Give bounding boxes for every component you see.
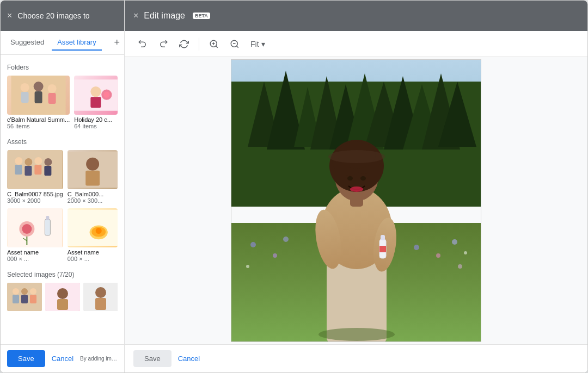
left-footer: Save Cancel By adding images with... (1, 344, 124, 372)
undo-button[interactable] (133, 36, 152, 52)
canvas-area (125, 57, 587, 344)
svg-rect-47 (95, 298, 106, 310)
toolbar: Fit ▾ (125, 31, 587, 57)
left-cancel-button[interactable]: Cancel (50, 350, 76, 367)
svg-point-46 (95, 287, 106, 298)
svg-point-8 (91, 86, 101, 97)
tabs-row: Suggested Asset library + (1, 31, 124, 55)
svg-line-49 (216, 46, 217, 47)
svg-point-69 (250, 242, 256, 247)
svg-rect-24 (8, 208, 62, 247)
svg-rect-16 (24, 166, 32, 176)
svg-point-40 (30, 288, 36, 295)
svg-point-3 (34, 82, 44, 91)
folder-name: Holiday 20 c... (74, 116, 118, 123)
svg-point-76 (246, 265, 249, 268)
asset-item[interactable]: Asset name 000 × ... (68, 208, 118, 262)
fit-arrow-icon: ▾ (261, 40, 265, 48)
folder-item[interactable]: c'Balm Natural Summ... 56 items (7, 76, 70, 129)
left-content: Folders (1, 55, 124, 344)
selected-section-label: Selected images (7/20) (7, 271, 118, 278)
folder-count: 64 items (74, 123, 118, 129)
asset-item[interactable]: C_Balm0007 855.jpg 3000 × 2000 (7, 150, 63, 204)
selected-thumbnail (7, 283, 42, 311)
svg-point-1 (21, 83, 29, 92)
right-save-button[interactable]: Save (133, 350, 171, 367)
asset-name: Asset name (68, 249, 118, 256)
svg-rect-41 (30, 295, 36, 303)
reset-button[interactable] (175, 36, 193, 52)
zoom-in-button[interactable] (205, 36, 223, 52)
assets-section-label: Assets (7, 138, 118, 146)
selected-thumbnail (45, 283, 80, 311)
fit-button[interactable]: Fit ▾ (246, 36, 270, 52)
zoom-out-button[interactable] (225, 36, 244, 52)
asset-dims: 2000 × 300... (68, 197, 118, 204)
svg-point-36 (13, 288, 19, 295)
svg-rect-83 (381, 235, 385, 240)
svg-point-22 (86, 158, 99, 171)
beta-badge: BETA (193, 13, 210, 19)
redo-button[interactable] (154, 36, 173, 52)
asset-thumbnail (68, 150, 118, 189)
svg-rect-14 (15, 165, 22, 175)
svg-point-72 (414, 245, 419, 250)
folder-thumbnail (74, 76, 118, 115)
svg-point-93 (360, 176, 366, 181)
asset-dims: 000 × ... (68, 256, 118, 262)
svg-point-13 (15, 157, 22, 165)
svg-point-19 (44, 158, 52, 166)
svg-rect-2 (21, 92, 29, 103)
main-image (231, 60, 481, 342)
folders-section-label: Folders (7, 64, 118, 71)
asset-name: C_Balm000... (68, 191, 118, 197)
svg-rect-9 (91, 97, 101, 108)
folder-count: 56 items (7, 123, 70, 129)
right-header: × Edit image BETA (125, 1, 587, 31)
right-cancel-button[interactable]: Cancel (176, 350, 202, 367)
folder-item[interactable]: Holiday 20 c... 64 items (74, 76, 118, 129)
svg-rect-4 (35, 91, 42, 103)
asset-dims: 000 × ... (7, 256, 63, 262)
selected-thumbnail (83, 283, 118, 311)
svg-point-26 (22, 224, 32, 234)
toolbar-divider (199, 38, 199, 51)
svg-point-91 (328, 150, 385, 163)
svg-rect-30 (46, 216, 49, 220)
tab-suggested[interactable]: Suggested (5, 35, 50, 51)
right-panel: × Edit image BETA Fit ▾ (125, 1, 587, 372)
svg-rect-18 (34, 165, 41, 175)
svg-rect-44 (57, 299, 68, 310)
left-save-button[interactable]: Save (7, 350, 45, 367)
asset-item[interactable]: Asset name 000 × ... (7, 208, 63, 262)
svg-rect-39 (21, 295, 28, 303)
folder-name: c'Balm Natural Summ... (7, 116, 70, 123)
svg-rect-29 (45, 219, 50, 235)
svg-rect-23 (85, 171, 100, 186)
svg-rect-20 (44, 166, 51, 176)
svg-point-77 (458, 264, 462, 269)
svg-point-73 (436, 253, 440, 258)
svg-point-71 (283, 237, 289, 242)
fit-label: Fit (250, 40, 259, 48)
tab-asset-library[interactable]: Asset library (52, 35, 102, 51)
svg-point-43 (57, 288, 68, 299)
svg-point-34 (95, 228, 101, 234)
folder-grid: c'Balm Natural Summ... 56 items (7, 76, 118, 129)
tab-add-button[interactable]: + (114, 37, 120, 48)
footer-note: By adding images with... (80, 356, 118, 362)
assets-grid: C_Balm0007 855.jpg 3000 × 2000 C_Balm000… (7, 150, 118, 262)
svg-point-11 (103, 92, 109, 98)
svg-point-17 (34, 157, 42, 165)
asset-item[interactable]: C_Balm000... 2000 × 300... (68, 150, 118, 204)
svg-point-92 (347, 176, 353, 181)
asset-thumbnail (7, 208, 63, 247)
asset-thumbnail (68, 208, 118, 247)
svg-point-38 (21, 288, 28, 295)
asset-name: C_Balm0007 855.jpg (7, 191, 63, 197)
left-close-button[interactable]: × (7, 11, 12, 21)
right-footer: Save Cancel (125, 344, 587, 372)
asset-dims: 3000 × 2000 (7, 197, 63, 204)
right-close-button[interactable]: × (133, 11, 138, 21)
svg-point-75 (464, 251, 467, 254)
